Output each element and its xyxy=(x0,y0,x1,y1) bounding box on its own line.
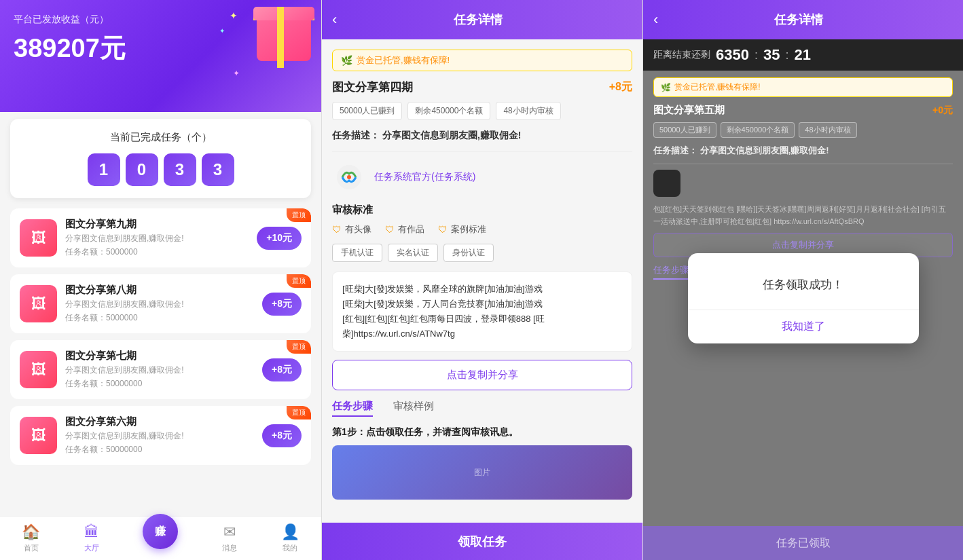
nav-home[interactable]: 🏠 首页 xyxy=(22,523,40,553)
task-reward[interactable]: +8元 xyxy=(262,358,302,381)
task-stats-row: 50000人已赚到 剩余450000个名额 48小时内审核 xyxy=(332,102,632,120)
success-modal: 任务领取成功！ 我知道了 xyxy=(688,253,919,343)
task-item[interactable]: 置顶 🖼 图文分享第七期 分享图文信息到朋友圈,赚取佣金! 任务名额：50000… xyxy=(10,340,311,399)
copy-text-content: [旺柴]大[發]发娱樂，风靡全球的旗牌[加油加油]游戏[旺柴]大[發]发娱樂，万… xyxy=(342,284,545,339)
timer-value-3: 21 xyxy=(794,46,810,64)
desc-label: 任务描述： xyxy=(332,130,380,141)
detail-title-2: 任务详情 xyxy=(665,12,932,28)
shield-icon-1: 🛡 xyxy=(332,224,342,235)
tag-id: 身份认证 xyxy=(443,244,494,262)
stat-digit-1: 1 xyxy=(88,153,120,186)
divider xyxy=(332,151,632,152)
task-period-title: 图文分享第四期 xyxy=(332,79,413,95)
platform-logo xyxy=(332,160,366,194)
task-quota: 任务名额：50000000 xyxy=(65,444,254,455)
claim-task-button[interactable]: 领取任务 xyxy=(322,523,642,560)
stats-numbers: 1 0 3 3 xyxy=(24,153,297,186)
timer-sep-2: : xyxy=(785,48,788,62)
svg-point-1 xyxy=(347,175,351,179)
criteria-label-3: 案例标准 xyxy=(451,223,486,236)
task-name: 图文分享第六期 xyxy=(65,415,254,428)
platform-row: 任务系统官方(任务系统) xyxy=(332,160,632,194)
back-button-2[interactable]: ‹ xyxy=(653,11,658,29)
nav-message[interactable]: ✉ 消息 xyxy=(222,523,237,553)
copy-share-button[interactable]: 点击复制并分享 xyxy=(332,360,632,390)
panel-left: 平台已发放收益（元） 389207元 ✦ ✦ ✦ 当前已完成任务（个） 1 0 … xyxy=(0,0,321,560)
nav-earn[interactable]: 赚 xyxy=(143,527,178,549)
timer-value-2: 35 xyxy=(763,46,780,64)
task-icon: 🖼 xyxy=(20,417,57,454)
task-reward[interactable]: +10元 xyxy=(257,227,302,250)
stat-digit-2: 0 xyxy=(126,153,158,186)
step-image: 图片 xyxy=(332,445,632,500)
task-name: 图文分享第七期 xyxy=(65,350,254,362)
task-info: 图文分享第九期 分享图文信息到朋友圈,赚取佣金! 任务名额：5000000 xyxy=(65,218,249,258)
timer-value-1: 6350 xyxy=(716,46,749,64)
task-item[interactable]: 置顶 🖼 图文分享第六期 分享图文信息到朋友圈,赚取佣金! 任务名额：50000… xyxy=(10,406,311,465)
nav-hall-label: 大厅 xyxy=(84,543,99,553)
corner-badge: 置顶 xyxy=(287,340,311,354)
message-icon: ✉ xyxy=(223,523,236,541)
back-button[interactable]: ‹ xyxy=(332,11,337,29)
stat-pill-3: 48小时内审核 xyxy=(496,102,560,120)
task-description: 任务描述： 分享图文信息到朋友圈,赚取佣金! xyxy=(332,130,632,142)
step1-text: 第1步：点击领取任务，并请查阅审核讯息。 xyxy=(332,426,632,438)
trust-banner: 🌿 赏金已托管,赚钱有保障! xyxy=(332,50,632,71)
stat-digit-4: 3 xyxy=(202,153,234,186)
task-quota: 任务名额：5000000 xyxy=(65,246,249,258)
modal-message: 任务领取成功！ xyxy=(702,277,905,293)
detail-content: 🌿 赏金已托管,赚钱有保障! 图文分享第四期 +8元 50000人已赚到 剩余4… xyxy=(322,39,642,523)
task-icon: 🖼 xyxy=(20,351,57,388)
task-icon: 🖼 xyxy=(20,285,57,322)
claimed-task-button: 任务已领取 xyxy=(643,526,963,560)
task-item[interactable]: 置顶 🖼 图文分享第八期 分享图文信息到朋友圈,赚取佣金! 任务名额：50000… xyxy=(10,274,311,333)
task-info: 图文分享第七期 分享图文信息到朋友圈,赚取佣金! 任务名额：50000000 xyxy=(65,350,254,390)
task-name: 图文分享第九期 xyxy=(65,218,249,231)
criteria-work: 🛡 有作品 xyxy=(385,223,424,236)
criteria-case: 🛡 案例标准 xyxy=(438,223,486,236)
task-header-row: 图文分享第四期 +8元 xyxy=(332,79,632,95)
hall-icon: 🏛 xyxy=(84,523,99,541)
task-desc: 分享图文信息到朋友圈,赚取佣金! xyxy=(65,365,254,376)
task-reward-amount: +8元 xyxy=(609,80,632,94)
detail-title: 任务详情 xyxy=(344,12,612,28)
trust-text: 赏金已托管,赚钱有保障! xyxy=(357,54,450,67)
task-reward[interactable]: +8元 xyxy=(262,293,302,316)
task-item[interactable]: 置顶 🖼 图文分享第九期 分享图文信息到朋友圈,赚取佣金! 任务名额：50000… xyxy=(10,208,311,267)
modal-overlay: 任务领取成功！ 我知道了 xyxy=(643,71,963,526)
panel3-body: 🌿 赏金已托管,赚钱有保障! 图文分享第五期 +0元 50000人已赚到 剩余4… xyxy=(643,71,963,526)
tab-review-examples[interactable]: 审核样例 xyxy=(393,400,434,417)
panel3-content: ‹ 任务详情 距离结束还剩 6350 : 35 : 21 🌿 赏金已托管,赚钱有… xyxy=(643,0,963,560)
task-name: 图文分享第八期 xyxy=(65,284,254,297)
stat-pill-2: 剩余450000个名额 xyxy=(407,102,490,120)
review-criteria: 🛡 有头像 🛡 有作品 🛡 案例标准 xyxy=(332,223,632,236)
steps-tabs: 任务步骤 审核样例 xyxy=(332,400,632,417)
review-title: 审核标准 xyxy=(332,204,632,217)
tab-steps[interactable]: 任务步骤 xyxy=(332,400,373,417)
shield-icon-3: 🛡 xyxy=(438,224,448,235)
copy-text-box: [旺柴]大[發]发娱樂，风靡全球的旗牌[加油加油]游戏[旺柴]大[發]发娱樂，万… xyxy=(332,272,632,352)
task-quota: 任务名额：50000000 xyxy=(65,378,254,390)
nav-hall[interactable]: 🏛 大厅 xyxy=(84,523,99,553)
timer-label: 距离结束还剩 xyxy=(653,49,710,61)
banner-decoration: ✦ ✦ ✦ xyxy=(216,7,311,88)
corner-badge: 置顶 xyxy=(287,208,311,222)
nav-home-label: 首页 xyxy=(24,543,39,553)
trust-icon: 🌿 xyxy=(341,55,352,66)
stats-card: 当前已完成任务（个） 1 0 3 3 xyxy=(10,119,311,198)
profile-icon: 👤 xyxy=(281,523,299,541)
task-quota: 任务名额：5000000 xyxy=(65,312,254,324)
stats-title: 当前已完成任务（个） xyxy=(24,131,297,144)
modal-confirm-button[interactable]: 我知道了 xyxy=(688,310,919,343)
task-icon: 🖼 xyxy=(20,219,57,257)
tag-row: 手机认证 实名认证 身份认证 xyxy=(332,244,632,262)
task-reward[interactable]: +8元 xyxy=(262,424,302,447)
nav-profile[interactable]: 👤 我的 xyxy=(281,523,299,553)
criteria-label-1: 有头像 xyxy=(345,223,371,236)
banner: 平台已发放收益（元） 389207元 ✦ ✦ ✦ xyxy=(0,0,321,112)
desc-content: 分享图文信息到朋友圈,赚取佣金! xyxy=(382,130,522,141)
panel-right: ‹ 任务详情 距离结束还剩 6350 : 35 : 21 🌿 赏金已托管,赚钱有… xyxy=(642,0,963,560)
earn-button[interactable]: 赚 xyxy=(143,514,178,549)
timer-row: 距离结束还剩 6350 : 35 : 21 xyxy=(643,39,963,71)
detail-header: ‹ 任务详情 xyxy=(322,0,642,39)
